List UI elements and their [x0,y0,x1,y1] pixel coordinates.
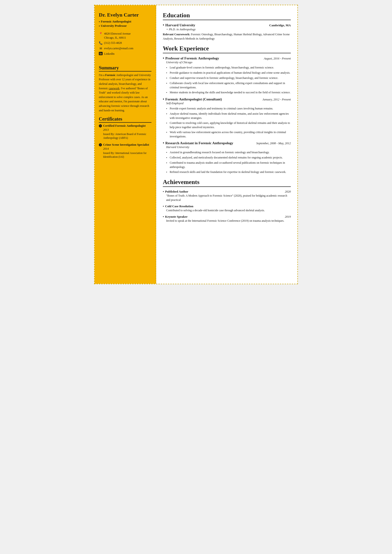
achievement-1: Published Author 2020 "Bones of Truth: A… [163,190,291,202]
summary-underline-word: casework [109,87,119,90]
job-1-header: Professor of Forensic Anthropology Augus… [163,56,291,60]
achievement-2: Cold Case Resolution Contributed to solv… [163,204,291,213]
job-1-bullet-3: Conduct and supervise research in forens… [166,76,291,80]
job-2-employer: Self-Employed [166,102,291,105]
email-text: evelyn.carter@email.com [104,46,133,50]
job-2-bullet-3: Contribute to resolving cold cases, appl… [166,121,291,129]
achievement-1-header: Published Author 2020 [163,190,291,194]
edu-coursework-label: Relevant Coursework: [163,33,190,36]
job-3-employer: Harvard University [166,145,291,149]
contact-address: 📍 4828 Elmwood Avenue Chicago, IL, 60611 [99,32,151,40]
resume-wrapper: Dr. Evelyn Carter Forensic Anthropologis… [94,5,298,284]
job-2-header: Forensic Anthropologist (Consultant) Jan… [163,97,291,101]
achievement-3-title: Keynote Speaker [163,215,188,219]
job-1-employer: University of Chicago [166,61,291,64]
job-3-dates: September, 2008 - May, 2012 [256,142,291,145]
achievement-3-header: Keynote Speaker 2019 [163,215,291,219]
contact-linkedin[interactable]: in LinkedIn [99,52,151,56]
job-2-dates: January, 2012 - Present [262,98,291,101]
edu-institution: Harvard University [163,23,195,27]
achievements-heading: Achievements [163,179,291,187]
job-2-bullets: Provide expert forensic analysis and tes… [166,106,291,138]
edu-degree: Ph.D. in Anthropology [167,28,291,31]
achievement-3-desc: Invited to speak at the International Fo… [166,219,291,223]
work-heading: Work Experience [163,45,291,53]
achievement-3: Keynote Speaker 2019 Invited to speak at… [163,215,291,223]
title-forensic: Forensic Anthropologist [99,20,151,24]
phone-icon: 📞 [99,41,103,45]
job-2-title: Forensic Anthropologist (Consultant) [163,97,222,101]
cert-name-1: Certified Forensic Anthropologist [99,124,151,128]
title-professor: University Professor [99,24,151,28]
job-3-bullet-2: Collected, analyzed, and meticulously do… [166,155,291,160]
sidebar: Dr. Evelyn Carter Forensic Anthropologis… [95,5,156,284]
job-1-bullet-2: Provide guidance to students in practica… [166,71,291,75]
job-2-bullet-1: Provide expert forensic analysis and tes… [166,106,291,111]
main-content: Education Harvard University Cambridge, … [156,5,297,284]
achievement-1-title: Published Author [163,190,188,194]
achievement-3-year: 2019 [285,215,291,219]
job-1-bullets: Lead graduate-level courses in forensic … [166,65,291,95]
address-text: 4828 Elmwood Avenue Chicago, IL, 60611 [104,32,131,40]
job-1-bullet-5: Mentor students in developing the skills… [166,90,291,95]
candidate-name: Dr. Evelyn Carter [99,12,151,18]
summary-heading: Summary [99,65,151,71]
job-1-bullet-1: Lead graduate-level courses in forensic … [166,65,291,70]
cert-issuer-1: Issued By: American Board of Forensic An… [103,132,151,140]
achievement-2-header: Cold Case Resolution [163,204,291,208]
job-3-title: Research Assistant in Forensic Anthropol… [163,141,233,145]
education-heading: Education [163,12,291,20]
education-section: Harvard University Cambridge, MA Ph.D. i… [163,23,291,41]
job-1-title: Professor of Forensic Anthropology [163,56,219,60]
achievement-1-desc: "Bones of Truth: A Modern Approach to Fo… [166,194,291,202]
job-3-bullet-4: Refined research skills and laid the fou… [166,170,291,174]
job-1: Professor of Forensic Anthropology Augus… [163,56,291,95]
title-list: Forensic Anthropologist University Profe… [99,20,151,28]
job-3-bullets: Assisted in groundbreaking research focu… [166,150,291,174]
certificates-heading: Certificates [99,116,151,123]
contact-email: ✉ evelyn.carter@email.com [99,46,151,51]
cert-issuer-2: Issued By: International Association for… [103,151,151,159]
job-3: Research Assistant in Forensic Anthropol… [163,141,291,174]
phone-text: (312) 555-4828 [104,41,122,45]
edu-location: Cambridge, MA [269,23,291,27]
summary-text: I'm a Forensic Anthropologist and Univer… [99,73,151,112]
edu-coursework: Relevant Coursework: Forensic Osteology,… [163,32,291,41]
summary-bold-word: Forensic [105,73,116,77]
job-3-bullet-1: Assisted in groundbreaking research focu… [166,150,291,155]
cert-item-1: Certified Forensic Anthropologist 2013 I… [99,124,151,140]
cert-item-2: Crime Scene Investigation Specialist 201… [99,143,151,159]
achievement-2-desc: Contributed to solving a decade-old homi… [166,208,291,213]
achievement-2-title: Cold Case Resolution [163,204,193,208]
contact-phone: 📞 (312) 555-4828 [99,41,151,45]
contact-info: 📍 4828 Elmwood Avenue Chicago, IL, 60611… [99,32,151,57]
linkedin-text: LinkedIn [104,52,114,56]
linkedin-icon: in [99,52,103,55]
job-2-bullet-4: Work with various law enforcement agenci… [166,130,291,138]
job-1-bullet-4: Collaborate closely with local law enfor… [166,81,291,90]
email-icon: ✉ [99,46,103,51]
job-3-header: Research Assistant in Forensic Anthropol… [163,141,291,145]
location-icon: 📍 [99,32,103,36]
job-3-bullet-3: Contributed to trauma analysis studies a… [166,161,291,169]
cert-name-2: Crime Scene Investigation Specialist [99,143,151,147]
achievement-1-year: 2020 [285,190,291,194]
job-1-dates: August, 2016 - Present [264,57,291,60]
cert-year-1: 2013 [103,128,151,132]
job-2: Forensic Anthropologist (Consultant) Jan… [163,97,291,138]
edu-institution-row: Harvard University Cambridge, MA [163,23,291,27]
job-2-bullet-2: Analyze skeletal trauma, identify indivi… [166,111,291,120]
cert-year-2: 2014 [103,147,151,151]
